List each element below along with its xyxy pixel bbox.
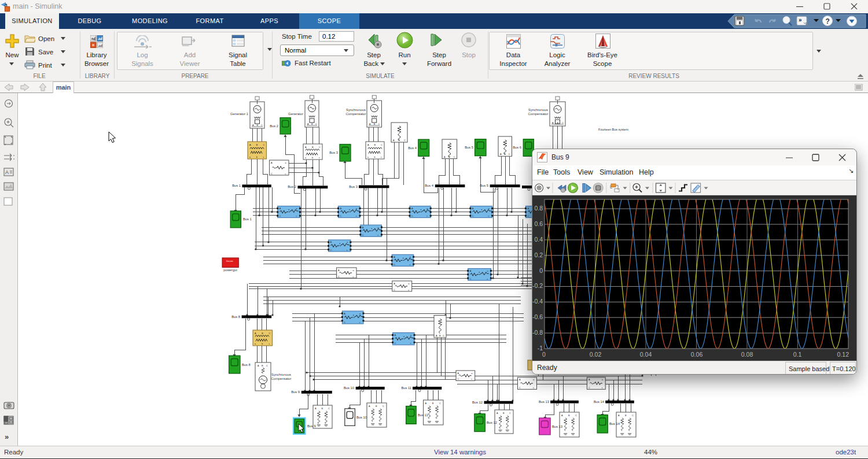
svg-text:c: c (381, 156, 382, 158)
svg-text:C: C (470, 278, 472, 280)
svg-text:C: C (271, 173, 273, 175)
svg-text:Bus 14: Bus 14 (609, 422, 620, 425)
svg-text:Compensator: Compensator (271, 377, 292, 380)
svg-text:Bus 5: Bus 5 (465, 146, 473, 149)
svg-text:?: ? (826, 17, 830, 25)
svg-text:A: A (338, 269, 340, 272)
svg-text:Bus 11: Bus 11 (418, 413, 428, 417)
svg-text:C: C (527, 215, 529, 217)
svg-text:-0.6: -0.6 (532, 313, 543, 320)
svg-text:C: C (439, 402, 441, 405)
svg-text:B: B (432, 402, 434, 405)
svg-text:A: A (393, 283, 395, 285)
svg-text:A: A (527, 208, 529, 210)
svg-text:C: C (458, 378, 459, 380)
svg-text:A: A (362, 227, 364, 229)
svg-text:C: C (315, 123, 317, 125)
svg-text:Bus 9: Bus 9 (307, 424, 316, 428)
svg-text:0.1: 0.1 (793, 351, 802, 358)
svg-text:-0.2: -0.2 (532, 282, 543, 289)
svg-text:C: C (443, 335, 444, 337)
svg-text:Bus 13: Bus 13 (539, 400, 549, 404)
svg-text:0.2: 0.2 (534, 251, 543, 258)
svg-text:C: C (393, 264, 395, 266)
svg-text:Bus 11: Bus 11 (401, 386, 411, 390)
svg-text:C: C (393, 289, 395, 291)
svg-text:0.06: 0.06 (691, 351, 703, 358)
svg-text:C: C (411, 215, 413, 217)
svg-text:A: A (330, 241, 332, 243)
svg-text:0.02: 0.02 (590, 351, 602, 358)
svg-text:C: C (344, 321, 345, 324)
svg-text:Bus 9: Bus 9 (291, 390, 300, 394)
svg-text:c: c (426, 215, 428, 217)
svg-text:0: 0 (542, 351, 546, 358)
svg-text:c: c (359, 321, 361, 324)
svg-text:b: b (374, 156, 376, 158)
svg-text:Bus 2: Bus 2 (270, 124, 278, 128)
svg-text:»: » (799, 17, 802, 23)
svg-text:C: C (269, 332, 271, 335)
svg-text:C: C (263, 144, 264, 146)
svg-text:C: C (404, 139, 406, 142)
svg-text:Synchronous: Synchronous (271, 373, 291, 376)
svg-text:0.6: 0.6 (534, 220, 543, 227)
svg-text:Bus 1: Bus 1 (232, 184, 241, 187)
svg-text:C: C (362, 234, 364, 236)
svg-text:0.8: 0.8 (534, 205, 543, 212)
svg-text:-0.8: -0.8 (532, 329, 543, 336)
svg-text:c: c (378, 234, 379, 236)
svg-text:c: c (263, 156, 264, 158)
svg-text:Generator 1: Generator 1 (230, 112, 248, 116)
svg-text:A: A (344, 313, 345, 315)
svg-text:C: C (632, 414, 634, 417)
svg-text:Bus 8: Bus 8 (242, 363, 251, 367)
svg-text:C: C (279, 215, 281, 217)
svg-text:A: A (472, 208, 474, 210)
svg-text:Compensator: Compensator (346, 112, 366, 116)
svg-text:c: c (602, 387, 603, 389)
svg-text:C: C (338, 276, 340, 278)
svg-text:C: C (589, 387, 590, 389)
svg-text:c: c (487, 278, 488, 280)
svg-text:C: C (381, 144, 382, 146)
svg-text:c: c (410, 264, 411, 266)
svg-text:C: C (519, 387, 521, 389)
svg-text:c: c (533, 387, 534, 389)
svg-text:c: c (353, 276, 354, 278)
svg-text:c: c (319, 157, 320, 159)
svg-text:C: C (330, 249, 332, 251)
svg-text:b: b (256, 156, 258, 158)
svg-text:c: c (269, 343, 270, 345)
svg-text:A: A (395, 334, 396, 336)
svg-text:C: C (382, 405, 384, 408)
svg-text:0.12: 0.12 (837, 351, 849, 358)
svg-text:C: C (395, 342, 396, 345)
svg-text:c: c (285, 173, 286, 175)
svg-text:Discrete: Discrete (226, 260, 233, 262)
svg-text:0.4: 0.4 (534, 236, 543, 243)
svg-text:C: C (378, 123, 380, 125)
svg-text:Bus 4: Bus 4 (425, 184, 434, 187)
svg-text:0.08: 0.08 (741, 351, 753, 358)
svg-text:Synchronous: Synchronous (346, 108, 366, 112)
svg-text:Bus 12: Bus 12 (487, 421, 497, 424)
svg-text:c: c (408, 289, 409, 291)
svg-text:b: b (262, 343, 263, 345)
svg-text:A: A (425, 402, 427, 405)
svg-text:Fourteen Bus system: Fourteen Bus system (598, 128, 628, 131)
svg-text:c: c (356, 215, 357, 217)
svg-text:Bus 10: Bus 10 (356, 416, 367, 419)
svg-text:Bus 3: Bus 3 (329, 151, 338, 154)
svg-text:powergui: powergui (223, 268, 237, 272)
svg-text:Bus 12: Bus 12 (472, 401, 483, 404)
svg-text:B: B (448, 156, 450, 158)
svg-text:C: C (509, 153, 510, 156)
svg-text:C: C (575, 414, 577, 417)
svg-text:C: C (328, 408, 330, 410)
svg-text:Bus 14: Bus 14 (594, 400, 605, 404)
svg-text:A: A (589, 379, 590, 381)
svg-text:A: A (271, 162, 273, 164)
svg-text:Bus 5: Bus 5 (480, 184, 488, 187)
svg-text:c: c (488, 215, 490, 217)
